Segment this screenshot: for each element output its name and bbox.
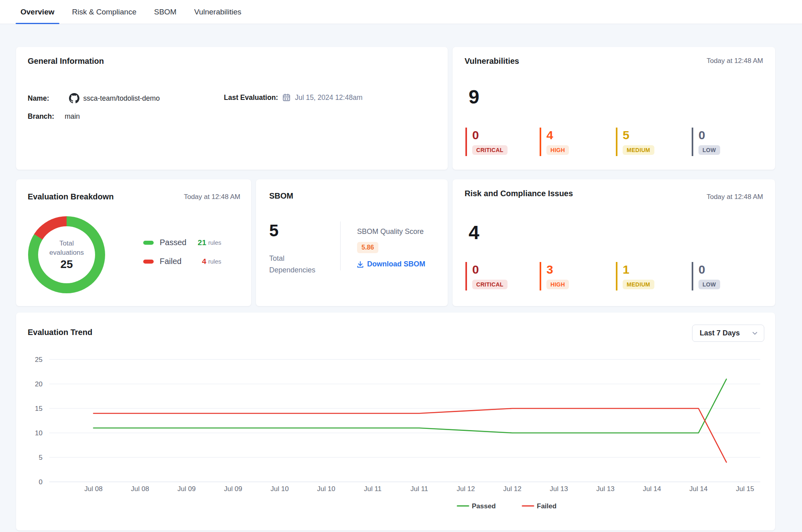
calendar-icon: [282, 93, 291, 102]
last-evaluation-label: Last Evaluation:: [224, 93, 278, 102]
severity-high: 4 HIGH: [540, 128, 569, 156]
legend-item-passed: Passed 21 rules: [143, 238, 221, 247]
card-title: Evaluation Breakdown: [28, 192, 114, 201]
tab-bar: Overview Risk & Compliance SBOM Vulnerab…: [0, 0, 802, 24]
legend-label: Passed: [160, 238, 194, 247]
download-icon: [356, 260, 364, 268]
card-title: SBOM: [269, 191, 293, 201]
risk-compliance-total: 4: [469, 221, 479, 244]
svg-text:Passed: Passed: [472, 502, 496, 510]
card-title: General Information: [28, 57, 104, 66]
date-range-value: Last 7 Days: [700, 329, 740, 337]
chevron-down-icon: [751, 330, 758, 337]
card-title: Evaluation Trend: [28, 328, 92, 337]
passed-legend-pill: [143, 241, 154, 245]
tab-overview[interactable]: Overview: [20, 0, 55, 24]
severity-count: 5: [623, 128, 654, 142]
svg-text:15: 15: [35, 405, 43, 412]
svg-text:25: 25: [35, 356, 43, 363]
severity-count: 0: [472, 262, 508, 277]
repo-name-link[interactable]: ssca-team/todolist-demo: [83, 94, 160, 103]
severity-count: 0: [698, 128, 720, 142]
dashboard-content: General Information Name: ssca-team/todo…: [0, 24, 802, 530]
svg-text:Jul 14: Jul 14: [643, 485, 661, 493]
failed-legend-pill: [143, 260, 154, 264]
svg-text:Jul 13: Jul 13: [550, 485, 568, 493]
severity-count: 0: [698, 262, 720, 277]
sbom-quality-score-label: SBOM Quality Score: [357, 227, 424, 236]
svg-text:Jul 08: Jul 08: [131, 485, 149, 493]
legend-value: 4: [194, 257, 206, 266]
card-title: Risk and Compliance Issues: [465, 189, 573, 198]
svg-text:Jul 10: Jul 10: [317, 485, 335, 493]
card-timestamp: Today at 12:48 AM: [707, 57, 763, 65]
legend-unit: rules: [208, 258, 221, 265]
svg-text:5: 5: [39, 454, 43, 461]
severity-critical: 0 CRITICAL: [465, 262, 508, 290]
sbom-total-dependencies: 5: [269, 221, 278, 240]
donut-center: Total evaluations 25: [38, 226, 95, 283]
svg-text:Jul 14: Jul 14: [689, 485, 707, 493]
vulnerabilities-card: Vulnerabilities Today at 12:48 AM 9 0 CR…: [453, 47, 775, 170]
severity-count: 3: [546, 262, 569, 277]
evaluation-trend-card: Evaluation Trend Last 7 Days 0510152025J…: [16, 313, 775, 530]
severity-badge: HIGH: [546, 280, 569, 289]
severity-medium: 5 MEDIUM: [616, 128, 654, 156]
severity-badge: LOW: [698, 145, 720, 155]
download-sbom-link[interactable]: Download SBOM: [356, 260, 425, 268]
legend-value: 21: [194, 238, 206, 247]
branch-label: Branch:: [28, 112, 54, 121]
card-title: Vulnerabilities: [465, 57, 519, 66]
severity-critical: 0 CRITICAL: [465, 128, 508, 156]
donut-center-label: Total evaluations: [44, 239, 89, 257]
svg-text:Jul 11: Jul 11: [364, 485, 382, 493]
risk-compliance-card: Risk and Compliance Issues Today at 12:4…: [453, 179, 775, 306]
svg-text:Jul 08: Jul 08: [84, 485, 102, 493]
vulnerabilities-total: 9: [469, 85, 479, 109]
svg-text:Jul 12: Jul 12: [457, 485, 475, 493]
sbom-total-label: Total Dependencies: [269, 253, 329, 276]
svg-text:Jul 12: Jul 12: [503, 485, 521, 493]
card-timestamp: Today at 12:48 AM: [707, 193, 763, 201]
tab-risk-compliance[interactable]: Risk & Compliance: [72, 0, 137, 24]
svg-text:Jul 09: Jul 09: [177, 485, 195, 493]
svg-text:Jul 09: Jul 09: [224, 485, 242, 493]
severity-low: 0 LOW: [692, 262, 720, 290]
severity-count: 1: [623, 262, 654, 277]
severity-count: 4: [546, 128, 569, 142]
severity-badge: MEDIUM: [623, 145, 654, 155]
general-information-card: General Information Name: ssca-team/todo…: [16, 47, 448, 170]
donut-legend: Passed 21 rules Failed 4 rules: [143, 238, 221, 276]
tab-vulnerabilities[interactable]: Vulnerabilities: [194, 0, 242, 24]
svg-text:Jul 10: Jul 10: [270, 485, 288, 493]
svg-text:Jul 15: Jul 15: [736, 485, 754, 493]
severity-badge: CRITICAL: [472, 280, 508, 289]
evaluation-donut-chart: Total evaluations 25: [28, 216, 105, 293]
tab-sbom[interactable]: SBOM: [154, 0, 177, 24]
svg-text:Jul 13: Jul 13: [596, 485, 614, 493]
legend-item-failed: Failed 4 rules: [143, 257, 221, 266]
severity-low: 0 LOW: [692, 128, 720, 156]
evaluation-breakdown-card: Evaluation Breakdown Today at 12:48 AM T…: [16, 179, 251, 306]
donut-total-value: 25: [60, 258, 73, 271]
branch-value: main: [65, 112, 80, 121]
date-range-dropdown[interactable]: Last 7 Days: [692, 325, 764, 342]
evaluation-trend-line-chart: 0510152025Jul 08Jul 08Jul 09Jul 09Jul 10…: [16, 347, 775, 530]
legend-label: Failed: [160, 257, 194, 266]
divider: [340, 221, 341, 270]
severity-badge: MEDIUM: [623, 280, 654, 289]
svg-text:10: 10: [35, 429, 43, 437]
legend-unit: rules: [208, 239, 221, 246]
sbom-card: SBOM 5 Total Dependencies SBOM Quality S…: [256, 179, 448, 306]
severity-badge: LOW: [698, 280, 720, 289]
name-label: Name:: [28, 94, 49, 103]
sbom-quality-score-badge: 5.86: [357, 242, 378, 253]
svg-text:Failed: Failed: [537, 502, 556, 510]
severity-medium: 1 MEDIUM: [616, 262, 654, 290]
card-timestamp: Today at 12:48 AM: [184, 193, 240, 201]
severity-badge: HIGH: [546, 145, 569, 155]
github-icon: [69, 93, 79, 104]
severity-high: 3 HIGH: [540, 262, 569, 290]
severity-count: 0: [472, 128, 508, 142]
svg-text:Jul 11: Jul 11: [410, 485, 428, 493]
